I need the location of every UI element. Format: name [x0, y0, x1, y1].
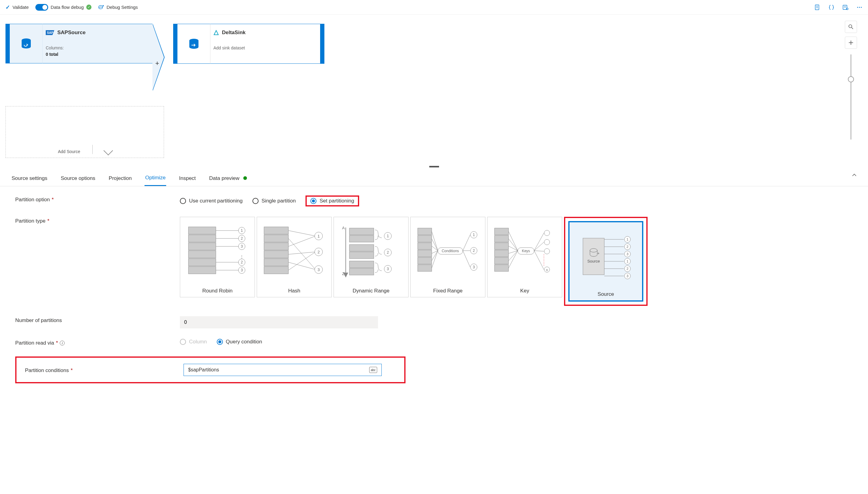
radio-set-label: Set partitioning	[320, 198, 354, 204]
dataflow-debug-label: Data flow debug	[51, 4, 83, 10]
ptype-rr-label: Round Robin	[202, 288, 232, 294]
ptype-dr-label: Dynamic Range	[353, 288, 390, 294]
chevron-down-icon[interactable]	[104, 146, 113, 155]
collapse-panel-button[interactable]	[851, 172, 857, 179]
expression-type-icon: abc	[369, 367, 377, 373]
svg-rect-21	[188, 243, 216, 250]
delta-icon	[213, 30, 219, 35]
svg-text:Conditions: Conditions	[442, 249, 459, 253]
svg-text:1: 1	[241, 228, 243, 233]
search-canvas-button[interactable]	[845, 21, 857, 33]
partition-type-label: Partition type	[15, 218, 45, 224]
svg-text:3: 3	[241, 244, 243, 248]
ptype-source[interactable]: Source 123123 Source	[568, 221, 643, 302]
svg-line-104	[508, 239, 518, 251]
svg-rect-23	[188, 259, 216, 266]
svg-rect-99	[495, 243, 508, 249]
svg-text:3: 3	[317, 267, 320, 272]
svg-line-80	[432, 231, 438, 251]
sap-columns-label: Columns:	[46, 45, 144, 51]
svg-text:2: 2	[473, 248, 475, 253]
svg-rect-43	[264, 243, 288, 250]
svg-rect-24	[188, 267, 216, 274]
radio-set-partitioning[interactable]: Set partitioning	[310, 198, 354, 204]
svg-rect-22	[188, 251, 216, 258]
svg-rect-78	[418, 258, 432, 264]
svg-rect-42	[264, 235, 288, 242]
tab-projection[interactable]: Projection	[108, 173, 133, 186]
ptype-source-label: Source	[598, 291, 614, 297]
dataflow-canvas[interactable]: SAP SAPSource Columns: 0 total + DeltaSi…	[0, 15, 868, 167]
debug-settings-button[interactable]: Debug Settings	[98, 4, 138, 11]
svg-rect-67	[349, 268, 374, 275]
svg-text:2: 2	[317, 250, 320, 254]
svg-rect-102	[495, 265, 508, 271]
dataflow-debug-toggle[interactable]: Data flow debug ✓	[35, 4, 91, 11]
svg-line-113	[534, 251, 544, 251]
svg-line-112	[534, 242, 544, 251]
sap-logo-icon: SAP	[46, 30, 54, 35]
zoom-in-button[interactable]	[845, 37, 857, 49]
svg-line-49	[288, 236, 315, 246]
sap-columns-value: 0 total	[46, 51, 144, 58]
sink-node-title: DeltaSink	[222, 30, 246, 36]
sink-subtitle: Add sink dataset	[213, 45, 312, 51]
svg-point-8	[846, 8, 848, 10]
svg-rect-64	[349, 245, 374, 251]
ptype-dynamic-range[interactable]: AZ 123 Dynamic Range	[333, 217, 408, 297]
svg-text:SAP: SAP	[47, 31, 53, 35]
svg-rect-100	[495, 250, 508, 257]
svg-line-111	[534, 233, 544, 251]
ptype-hash-label: Hash	[288, 288, 300, 294]
ptype-fixed-range[interactable]: Conditions 123 Fixed Range	[410, 217, 485, 297]
partition-conditions-label: Partition conditions	[25, 367, 69, 374]
radio-single[interactable]: Single partition	[252, 198, 296, 204]
partition-conditions-value: $sapPartitions	[188, 367, 219, 373]
sap-node-title: SAPSource	[57, 30, 86, 36]
radio-use-current-label: Use current partitioning	[189, 198, 243, 204]
add-source-label: Add Source	[58, 149, 80, 154]
optimize-form: Partition option * Use current partition…	[0, 186, 868, 402]
braces-icon[interactable]	[828, 4, 834, 11]
validate-label: Validate	[13, 4, 28, 10]
svg-line-105	[508, 246, 518, 251]
script-icon[interactable]	[814, 4, 821, 11]
add-step-icon[interactable]: +	[155, 59, 159, 68]
add-source-box[interactable]: Add Source	[5, 106, 164, 158]
svg-line-47	[288, 230, 315, 236]
partition-conditions-input[interactable]: $sapPartitions abc	[184, 364, 382, 376]
tab-data-preview[interactable]: Data preview	[209, 173, 248, 186]
radio-single-label: Single partition	[262, 198, 296, 204]
svg-line-88	[463, 235, 470, 251]
radio-read-query[interactable]: Query condition	[217, 339, 262, 345]
checkmark-icon: ✓	[5, 4, 10, 11]
zoom-slider[interactable]	[850, 54, 851, 140]
chevron-up-icon	[851, 172, 857, 178]
more-icon[interactable]	[856, 4, 863, 11]
svg-rect-79	[418, 265, 432, 271]
validate-button[interactable]: ✓ Validate	[5, 4, 28, 11]
datasource-icon	[20, 38, 32, 50]
ptype-hash[interactable]: 123 Hash	[257, 217, 332, 297]
svg-rect-45	[264, 259, 288, 266]
properties-icon[interactable]	[842, 4, 848, 11]
ptype-round-robin[interactable]: 123⋮23 Round Robin	[180, 217, 255, 297]
info-icon[interactable]: i	[60, 341, 65, 345]
radio-use-current[interactable]: Use current partitioning	[180, 198, 243, 204]
ptype-key[interactable]: Keys n Key	[487, 217, 562, 297]
svg-line-90	[463, 251, 470, 267]
node-sap-source[interactable]: SAP SAPSource Columns: 0 total +	[5, 24, 152, 63]
num-partitions-input[interactable]	[180, 316, 378, 328]
node-delta-sink[interactable]: DeltaSink Add sink dataset	[173, 24, 324, 64]
svg-text:2: 2	[626, 267, 629, 270]
tab-source-settings[interactable]: Source settings	[11, 173, 48, 186]
tab-inspect[interactable]: Inspect	[178, 173, 196, 186]
svg-text:1: 1	[387, 234, 389, 238]
svg-text:3: 3	[387, 267, 389, 271]
svg-text:Keys: Keys	[522, 249, 530, 253]
svg-text:1: 1	[473, 233, 475, 237]
svg-point-117	[544, 240, 550, 245]
tab-source-options[interactable]: Source options	[60, 173, 96, 186]
tab-optimize[interactable]: Optimize	[144, 172, 166, 186]
svg-text:2: 2	[241, 236, 243, 241]
